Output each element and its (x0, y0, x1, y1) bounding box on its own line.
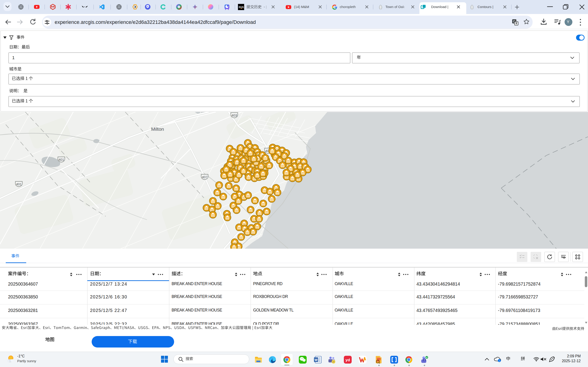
svg-text:401: 401 (16, 182, 22, 186)
svg-text:Milton: Milton (151, 126, 164, 132)
svg-text:401: 401 (59, 158, 64, 161)
svg-text:T: T (424, 359, 425, 361)
svg-text:407: 407 (202, 175, 208, 179)
svg-text:yd: yd (346, 358, 350, 362)
svg-text:W: W (314, 358, 318, 362)
svg-text:JY: JY (332, 361, 335, 363)
svg-text:403: 403 (232, 114, 237, 117)
